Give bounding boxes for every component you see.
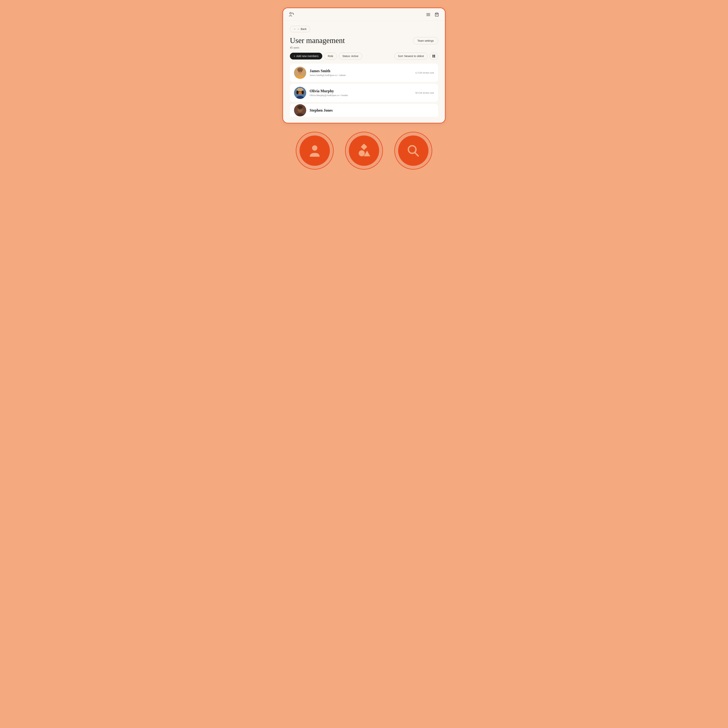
add-members-button[interactable]: + Add new members xyxy=(290,53,322,60)
person-icon-inner xyxy=(300,136,330,166)
nav-bar xyxy=(283,8,445,20)
user-role: Admin xyxy=(339,74,346,76)
role-filter[interactable]: Role xyxy=(324,53,337,60)
user-list: James Smith James.Smith@AndOpen.co • Adm… xyxy=(290,64,438,117)
svg-point-29 xyxy=(301,109,302,110)
svg-point-21 xyxy=(302,90,304,94)
search-icon-circle[interactable] xyxy=(394,132,432,170)
svg-point-13 xyxy=(299,71,299,72)
search-icon-inner xyxy=(398,136,428,166)
page-title: User management xyxy=(290,36,345,45)
user-email: Olivia.Murphy@AndOpen.co xyxy=(310,94,339,96)
cart-button[interactable] xyxy=(434,12,440,17)
user-info-olivia: Olivia Murphy Olivia.Murphy@AndOpen.co •… xyxy=(310,89,412,97)
svg-rect-19 xyxy=(298,88,302,90)
menu-button[interactable] xyxy=(426,12,431,17)
user-info-stephen: Stephen Jones xyxy=(310,108,434,113)
cart-icon xyxy=(435,12,439,17)
gifts-icon-inner xyxy=(349,136,379,166)
nav-actions xyxy=(426,12,440,17)
svg-point-28 xyxy=(299,109,300,110)
svg-point-14 xyxy=(301,71,302,72)
svg-marker-33 xyxy=(364,151,370,156)
person-icon-circle[interactable] xyxy=(296,132,334,170)
page-header: User management Team settings xyxy=(290,36,438,45)
user-meta: Olivia.Murphy@AndOpen.co • Sender xyxy=(310,94,412,97)
svg-point-22 xyxy=(299,91,300,92)
back-arrow-icon: ← xyxy=(293,28,296,31)
sort-filter[interactable]: Sort: Newest to oldest xyxy=(394,53,428,60)
table-row[interactable]: James Smith James.Smith@AndOpen.co • Adm… xyxy=(290,64,438,82)
avatar xyxy=(294,104,306,116)
svg-rect-5 xyxy=(434,55,435,56)
grid-icon xyxy=(432,55,435,58)
user-count: 45 users xyxy=(290,46,438,49)
filter-bar: + Add new members Role Status: Active So… xyxy=(290,53,438,60)
user-email: James.Smith@AndOpen.co xyxy=(310,74,337,76)
user-invites: 58 Gift invites sent xyxy=(415,91,434,94)
svg-rect-31 xyxy=(361,144,367,150)
user-info-james: James Smith James.Smith@AndOpen.co • Adm… xyxy=(310,69,412,77)
svg-line-2 xyxy=(292,12,293,13)
user-name: James Smith xyxy=(310,69,412,73)
svg-point-0 xyxy=(290,12,291,14)
user-avatar-olivia xyxy=(294,87,306,99)
bottom-icons-section xyxy=(296,132,432,173)
content-area: ← ← Back User management Team settings 4… xyxy=(283,20,445,123)
person-icon xyxy=(307,143,322,158)
view-toggle-button[interactable] xyxy=(429,53,438,60)
avatar xyxy=(294,67,306,79)
back-label: ← Back xyxy=(297,28,307,31)
table-row[interactable]: Olivia Murphy Olivia.Murphy@AndOpen.co •… xyxy=(290,84,438,102)
svg-point-27 xyxy=(297,106,303,109)
gifts-icon xyxy=(356,143,372,158)
gifts-icon-circle[interactable] xyxy=(345,132,383,170)
user-role: Sender xyxy=(341,94,348,96)
svg-point-20 xyxy=(296,90,299,94)
svg-rect-6 xyxy=(432,56,434,57)
svg-rect-7 xyxy=(434,56,435,57)
user-name: Stephen Jones xyxy=(310,108,434,113)
avatar xyxy=(294,87,306,99)
svg-point-23 xyxy=(301,91,302,92)
user-avatar-stephen xyxy=(294,104,306,116)
search-icon xyxy=(406,143,421,158)
table-row[interactable]: Stephen Jones xyxy=(290,104,438,117)
main-card: ← ← Back User management Team settings 4… xyxy=(282,8,446,123)
svg-rect-4 xyxy=(432,55,434,56)
user-meta: James.Smith@AndOpen.co • Admin xyxy=(310,74,412,77)
svg-point-32 xyxy=(359,150,365,156)
svg-point-11 xyxy=(297,68,303,72)
team-settings-button[interactable]: Team settings xyxy=(413,37,438,44)
user-name: Olivia Murphy xyxy=(310,89,412,93)
add-icon: + xyxy=(294,55,295,58)
svg-line-35 xyxy=(415,153,418,156)
user-avatar-james xyxy=(294,67,306,79)
logo-icon xyxy=(288,12,294,18)
status-filter[interactable]: Status: Active xyxy=(339,53,362,60)
user-invites: 12 Gift invites sent xyxy=(415,71,434,74)
back-button[interactable]: ← ← Back xyxy=(290,26,310,32)
svg-point-30 xyxy=(312,145,317,151)
logo xyxy=(288,12,294,18)
add-members-label: Add new members xyxy=(296,55,319,58)
hamburger-icon xyxy=(426,13,430,16)
